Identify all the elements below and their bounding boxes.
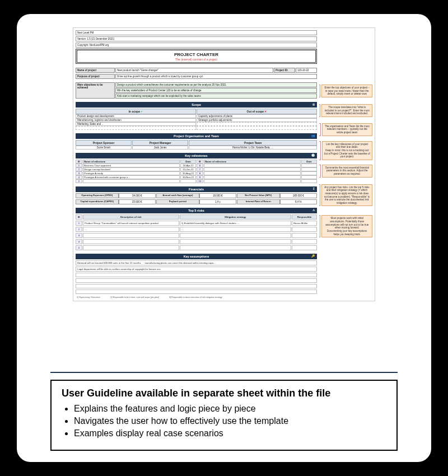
value-purpose: Drive top line growth through a product … — [115, 74, 317, 79]
out-scope-empty-2 — [197, 126, 317, 130]
title-main: PROJECT CHARTER — [77, 52, 315, 57]
guideline-title: User Guideline available in separate she… — [62, 388, 386, 399]
title-block: PROJECT CHARTER The (internal) contract … — [76, 49, 317, 64]
table-row: 5 — [76, 245, 317, 250]
org-team-row: Project Sponsor Suzie Smart Project Mana… — [76, 140, 317, 150]
divider — [50, 372, 398, 373]
hint-scope: The scope translates into "what is inclu… — [321, 104, 372, 117]
row-objectives: Main objectives to be achieved Design a … — [76, 82, 317, 99]
assumption-empty — [76, 284, 317, 288]
value-project-id: 123-10-22 — [296, 68, 317, 73]
hint-objectives: Enter the top objectives of your project… — [321, 85, 372, 97]
objective-1: Design a product which overachieves the … — [115, 82, 317, 87]
target-icon: ◎ — [312, 102, 315, 106]
header-org-team: Project Organisation and Team👥 — [76, 133, 317, 139]
in-scope-1: Product design and development — [76, 114, 196, 118]
header-risks: Top 5 risks⚠ — [76, 208, 317, 213]
out-scope-1: Capacity adjustments of plants — [197, 114, 317, 118]
objective-2: Win the key stakeholders of Product Cent… — [115, 88, 317, 93]
label-sponsor: Project Sponsor — [76, 140, 132, 146]
label-team: Project Team — [189, 140, 317, 146]
label-purpose: Purpose of project — [76, 74, 115, 79]
row-purpose: Purpose of project Drive top line growth… — [76, 74, 317, 79]
assumption-2: Legal department will be able to confirm… — [76, 267, 317, 272]
meta-copyright: Copyright: NextLevelPM.org — [76, 43, 317, 48]
table-row: 3Prototype A ready10-Aug-22 — [76, 171, 196, 175]
card: Next Level PM Version: 1.5 (21 December … — [17, 14, 431, 462]
title-sub: The (internal) contract of a project — [77, 58, 315, 61]
list-item: Navigates the user how to effectively us… — [74, 416, 386, 426]
table-row: 1Product Group "Commodities" will launch… — [76, 221, 317, 226]
footnotes: 1) Supervising • Executive 2) Responsibl… — [76, 295, 317, 298]
scope-columns: In scope ✓ Product design and developmen… — [76, 109, 317, 130]
clock-icon: 🕑 — [311, 153, 315, 157]
header-assumptions: Key assumptions🔑 — [76, 254, 317, 259]
header-milestones: Key milestones🕑 — [76, 153, 317, 158]
row-name: Name of project New product launch "Game… — [76, 68, 317, 73]
header-scope: Scope◎ — [76, 102, 317, 108]
hint-org: The organisation and Team list the most … — [322, 123, 372, 136]
table-row: 1Business Case approved10-Apr-22 — [76, 164, 196, 167]
table-row: 8 — [197, 171, 317, 175]
key-icon: 🔑 — [311, 254, 315, 258]
people-icon: 👥 — [311, 134, 315, 137]
hint-risks: Any project has risks. List the top 5 ri… — [321, 184, 372, 207]
table-row: 6 — [197, 164, 317, 167]
doc-main-column: Next Level PM Version: 1.5 (21 December … — [76, 30, 317, 298]
sigma-icon: Σ — [313, 187, 315, 190]
label-in-scope: In scope ✓ — [76, 109, 196, 114]
document-preview-area: Next Level PM Version: 1.5 (21 December … — [32, 25, 416, 364]
label-objectives: Main objectives to be achieved — [76, 82, 115, 99]
value-sponsor: Suzie Smart — [76, 146, 132, 150]
assumption-1: Demand will not exceed 500.000 units in … — [76, 260, 317, 265]
out-scope-2: Strategic portfolio adjustments — [197, 118, 317, 122]
label-name: Name of project — [76, 68, 115, 73]
table-row: 3 — [76, 233, 317, 238]
meta-version: Version: 1.5 (21 December 2021) — [76, 36, 317, 41]
warning-icon: ⚠ — [312, 208, 315, 212]
in-scope-3: Marketing, Sales and … — [76, 122, 196, 126]
table-row: 10 — [197, 179, 317, 183]
in-scope-empty — [76, 126, 196, 130]
label-pm: Project Manager — [132, 140, 188, 146]
table-row: 2Design concept finalized15-Jun-22 — [76, 167, 196, 171]
in-scope-2: Manufacturing, logistics and distributio… — [76, 118, 196, 122]
doc-hints-column: Enter the top objectives of your project… — [319, 30, 372, 298]
table-row: 2…… — [76, 227, 317, 232]
hint-assumptions: Most projects work with initial assumpti… — [321, 215, 372, 237]
guideline-box: User Guideline available in separate she… — [50, 380, 398, 451]
table-row: 4 — [76, 239, 317, 244]
hint-financials: Summarize the most essential financial p… — [322, 165, 372, 178]
hint-milestones: List the key milestones of your project … — [322, 141, 372, 160]
milestones-table: IDName of milestoneDate 1Business Case a… — [76, 160, 317, 183]
table-row: 5 — [76, 179, 196, 183]
header-financials: FinancialsΣ — [76, 186, 317, 192]
assumption-empty — [76, 273, 317, 277]
label-out-scope: Out of scope ✕ — [197, 109, 317, 114]
list-item: Examples display real case scenarios — [74, 428, 386, 438]
assumption-empty — [76, 290, 317, 294]
value-name: New product launch "Game changer" — [115, 68, 273, 73]
objective-3: Kick-start a marketing campaign which ca… — [115, 94, 317, 99]
project-charter-document: Next Level PM Version: 1.5 (21 December … — [73, 27, 375, 301]
meta-org: Next Level PM — [76, 30, 317, 35]
financials-row-2: Capital expenditures (CAPEX)25.600 € Pay… — [76, 199, 317, 204]
out-scope-empty-1 — [197, 122, 317, 126]
risks-header-row: ID Description of risk Mitigation strate… — [76, 214, 317, 220]
value-team: Hanna Muller; Li Dir; Natalie Bela; … — [189, 146, 317, 150]
financials-row-1: Operating Expenses (OPEX)34.000 € Annual… — [76, 193, 317, 198]
table-row: 7 — [197, 167, 317, 171]
guideline-list: Explains the features and logic piece by… — [62, 404, 386, 438]
list-item: Explains the features and logic piece by… — [74, 404, 386, 414]
table-row: 9 — [197, 175, 317, 179]
value-pm: Jack Jones — [132, 146, 188, 150]
label-project-id: Project ID: — [274, 68, 295, 73]
assumption-empty — [76, 278, 317, 283]
table-row: 4Prototype A tested with customer group … — [76, 175, 196, 179]
